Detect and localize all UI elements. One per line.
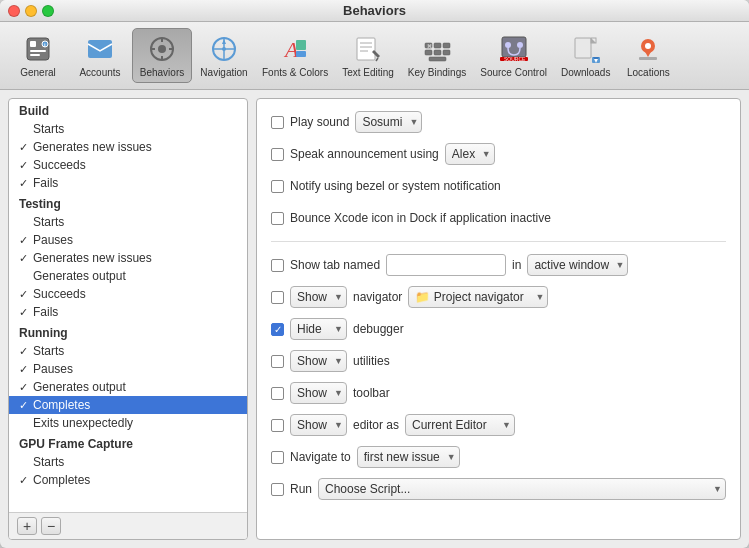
toolbar-item-navigation[interactable]: Navigation xyxy=(194,29,254,82)
list-item[interactable]: ✓Fails xyxy=(9,174,247,192)
toolbar-item-fonts-colors[interactable]: A Fonts & Colors xyxy=(256,29,334,82)
list-content: BuildStarts✓Generates new issues✓Succeed… xyxy=(9,99,247,512)
list-item[interactable]: ✓Completes xyxy=(9,471,247,489)
svg-rect-49 xyxy=(639,57,657,60)
list-item[interactable]: ✓Succeeds xyxy=(9,285,247,303)
sound-select-wrap: Sosumi ▼ xyxy=(355,111,422,133)
check-mark: ✓ xyxy=(19,141,28,154)
hide-debugger-checkbox[interactable] xyxy=(271,323,284,336)
separator-1 xyxy=(271,241,726,242)
utilities-action-select[interactable]: Show xyxy=(290,350,347,372)
toolbar-item-behaviors[interactable]: Behaviors xyxy=(132,28,192,83)
toolbar: i General Accounts xyxy=(0,22,749,90)
speak-announcement-label: Speak announcement using xyxy=(290,147,439,161)
toolbar-item-general[interactable]: i General xyxy=(8,29,68,82)
minimize-button[interactable] xyxy=(25,5,37,17)
play-sound-label: Play sound xyxy=(290,115,349,129)
debugger-action-select[interactable]: Hide Show xyxy=(290,318,347,340)
list-item[interactable]: Starts xyxy=(9,120,247,138)
window-select[interactable]: active window xyxy=(527,254,628,276)
svg-rect-29 xyxy=(443,43,450,48)
show-toolbar-row: Show ▼ toolbar xyxy=(271,382,726,404)
sidebar-group-header: Testing xyxy=(9,192,247,213)
run-checkbox[interactable] xyxy=(271,483,284,496)
list-item[interactable]: Starts xyxy=(9,213,247,231)
issue-select[interactable]: first new issue xyxy=(357,446,460,468)
remove-behavior-button[interactable]: − xyxy=(41,517,61,535)
list-item[interactable]: ✓Succeeds xyxy=(9,156,247,174)
text-editing-label: Text Editing xyxy=(342,67,394,78)
list-item[interactable]: ✓Starts xyxy=(9,342,247,360)
list-item-label: Exits unexpectedly xyxy=(33,416,133,430)
list-item[interactable]: ✓Pauses xyxy=(9,360,247,378)
svg-line-26 xyxy=(376,58,378,61)
toolbar-item-source-control[interactable]: SOURCE Source Control xyxy=(474,29,553,82)
show-toolbar-checkbox[interactable] xyxy=(271,387,284,400)
svg-point-16 xyxy=(222,47,226,51)
show-utilities-row: Show ▼ utilities xyxy=(271,350,726,372)
toolbar-label: toolbar xyxy=(353,386,390,400)
svg-rect-2 xyxy=(30,50,46,52)
bounce-icon-checkbox[interactable] xyxy=(271,212,284,225)
show-tab-row: Show tab named in active window ▼ xyxy=(271,254,726,276)
notify-bezel-checkbox[interactable] xyxy=(271,180,284,193)
add-behavior-button[interactable]: + xyxy=(17,517,37,535)
check-mark: ✓ xyxy=(19,363,28,376)
navigator-action-select[interactable]: Show xyxy=(290,286,347,308)
navigate-to-checkbox[interactable] xyxy=(271,451,284,464)
close-button[interactable] xyxy=(8,5,20,17)
list-item[interactable]: Exits unexpectedly xyxy=(9,414,247,432)
show-navigator-checkbox[interactable] xyxy=(271,291,284,304)
toolbar-item-downloads[interactable]: Downloads xyxy=(555,29,616,82)
list-item[interactable]: ✓Generates new issues xyxy=(9,138,247,156)
speak-announcement-checkbox[interactable] xyxy=(271,148,284,161)
sound-select[interactable]: Sosumi xyxy=(355,111,422,133)
maximize-button[interactable] xyxy=(42,5,54,17)
play-sound-checkbox[interactable] xyxy=(271,116,284,129)
voice-select[interactable]: Alex xyxy=(445,143,495,165)
list-item[interactable]: Starts xyxy=(9,453,247,471)
navigation-icon xyxy=(208,33,240,65)
list-item[interactable]: ✓Generates new issues xyxy=(9,249,247,267)
check-mark: ✓ xyxy=(19,306,28,319)
tab-name-input[interactable] xyxy=(386,254,506,276)
show-utilities-checkbox[interactable] xyxy=(271,355,284,368)
source-control-icon: SOURCE xyxy=(498,33,530,65)
editor-type-select[interactable]: Current Editor xyxy=(405,414,515,436)
toolbar-item-locations[interactable]: Locations xyxy=(618,29,678,82)
toolbar-item-key-bindings[interactable]: ⌘ Key Bindings xyxy=(402,29,472,82)
check-mark: ✓ xyxy=(19,234,28,247)
list-item[interactable]: ✓Pauses xyxy=(9,231,247,249)
svg-rect-20 xyxy=(296,51,306,57)
editor-as-label: editor as xyxy=(353,418,399,432)
script-select-wrap: Choose Script... ▼ xyxy=(318,478,726,500)
list-item[interactable]: Generates output xyxy=(9,267,247,285)
list-item[interactable]: ✓Fails xyxy=(9,303,247,321)
check-mark: ✓ xyxy=(19,345,28,358)
left-panel: BuildStarts✓Generates new issues✓Succeed… xyxy=(8,98,248,540)
utilities-action-wrap: Show ▼ xyxy=(290,350,347,372)
show-tab-checkbox[interactable] xyxy=(271,259,284,272)
list-item-label: Generates new issues xyxy=(33,251,152,265)
script-select[interactable]: Choose Script... xyxy=(318,478,726,500)
svg-marker-17 xyxy=(222,39,226,44)
svg-marker-41 xyxy=(591,38,596,43)
toolbar-action-select[interactable]: Show xyxy=(290,382,347,404)
list-item[interactable]: ✓Completes xyxy=(9,396,247,414)
check-mark: ✓ xyxy=(19,288,28,301)
svg-point-48 xyxy=(645,43,651,49)
accounts-icon xyxy=(84,33,116,65)
show-editor-checkbox[interactable] xyxy=(271,419,284,432)
svg-text:⌘: ⌘ xyxy=(427,43,432,49)
titlebar: Behaviors xyxy=(0,0,749,22)
editor-action-select[interactable]: Show xyxy=(290,414,347,436)
show-navigator-row: Show ▼ navigator 📁 Project navigator ▼ xyxy=(271,286,726,308)
play-sound-row: Play sound Sosumi ▼ xyxy=(271,111,726,133)
toolbar-item-text-editing[interactable]: Text Editing xyxy=(336,29,400,82)
downloads-icon xyxy=(570,33,602,65)
project-navigator-select[interactable]: 📁 Project navigator xyxy=(408,286,548,308)
toolbar-item-accounts[interactable]: Accounts xyxy=(70,29,130,82)
right-panel: Play sound Sosumi ▼ Speak announcement u… xyxy=(256,98,741,540)
utilities-label: utilities xyxy=(353,354,390,368)
list-item[interactable]: ✓Generates output xyxy=(9,378,247,396)
